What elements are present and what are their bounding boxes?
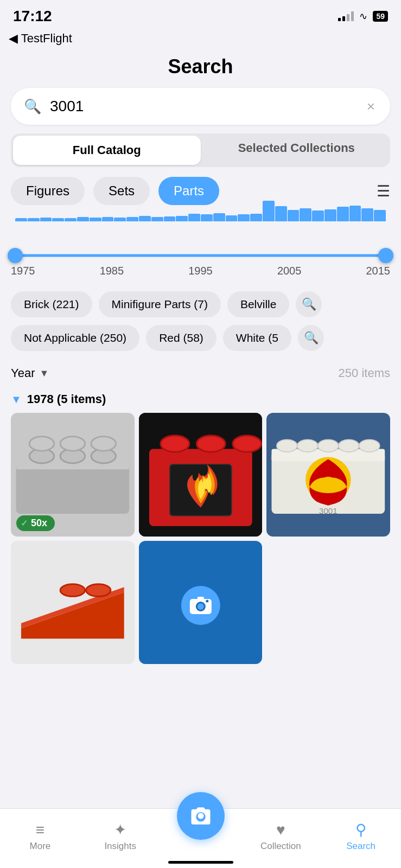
svg-point-10 bbox=[160, 436, 189, 452]
chip-belville[interactable]: Belville bbox=[227, 291, 290, 317]
search-bar-container: 🔍 × bbox=[0, 88, 401, 133]
svg-point-21 bbox=[359, 439, 380, 452]
svg-point-5 bbox=[29, 437, 54, 451]
bricks-grid: ✓ 50x bbox=[11, 413, 390, 664]
brick-item-blue-cam[interactable] bbox=[139, 541, 263, 665]
chip-brick[interactable]: Brick (221) bbox=[11, 291, 92, 317]
chip-minifigure-parts[interactable]: Minifigure Parts (7) bbox=[99, 291, 221, 317]
svg-point-7 bbox=[91, 437, 116, 451]
svg-text:3001: 3001 bbox=[319, 506, 338, 515]
brick-item-red-slope[interactable] bbox=[11, 541, 135, 665]
chevron-down-icon: ▼ bbox=[11, 393, 22, 406]
slider-thumb-left[interactable] bbox=[8, 248, 23, 263]
chip-search-row1[interactable]: 🔍 bbox=[296, 291, 322, 317]
brick-image-red-slope bbox=[11, 541, 135, 665]
chip-search-row2[interactable]: 🔍 bbox=[298, 325, 324, 351]
home-indicator bbox=[168, 861, 233, 864]
chip-not-applicable[interactable]: Not Applicable (250) bbox=[11, 325, 139, 351]
slider-thumb-right[interactable] bbox=[378, 248, 393, 263]
svg-rect-0 bbox=[16, 462, 129, 514]
category-chips-row-2: Not Applicable (250) Red (58) White (5 🔍 bbox=[0, 325, 401, 359]
svg-point-18 bbox=[297, 439, 318, 452]
year-labels: 1975 1985 1995 2005 2015 bbox=[11, 265, 390, 286]
results-section: ▼ 1978 (5 items) bbox=[0, 385, 401, 664]
svg-rect-35 bbox=[197, 597, 203, 601]
status-time: 17:12 bbox=[13, 8, 52, 25]
svg-point-6 bbox=[60, 437, 85, 451]
sort-dropdown[interactable]: Year ▼ bbox=[11, 366, 49, 380]
brick-item-white-shell[interactable]: 3001 bbox=[266, 413, 390, 537]
brick-item-fire[interactable] bbox=[139, 413, 263, 537]
nav-item-insights[interactable]: ✦ Insights bbox=[80, 809, 161, 868]
wifi-icon: ∿ bbox=[359, 10, 367, 22]
search-icon: 🔍 bbox=[24, 98, 41, 115]
brick-image-white-shell: 3001 bbox=[266, 413, 390, 537]
search-input[interactable] bbox=[50, 98, 365, 115]
svg-point-11 bbox=[196, 436, 225, 452]
page-title: Search bbox=[0, 50, 401, 88]
full-catalog-button[interactable]: Full Catalog bbox=[13, 136, 201, 165]
count-badge: ✓ 50x bbox=[16, 515, 55, 531]
nav-label-collection: Collection bbox=[260, 841, 301, 852]
nav-item-search[interactable]: ⚲ Search bbox=[321, 809, 401, 868]
items-count: 250 items bbox=[339, 366, 390, 380]
year-chart bbox=[15, 183, 386, 221]
chip-red[interactable]: Red (58) bbox=[146, 325, 217, 351]
signal-icon bbox=[338, 11, 354, 21]
category-chips-row-1: Brick (221) Minifigure Parts (7) Belvill… bbox=[0, 291, 401, 325]
sort-row: Year ▼ 250 items bbox=[0, 359, 401, 385]
svg-point-23 bbox=[320, 477, 336, 493]
status-bar: 17:12 ∿ 59 bbox=[0, 0, 401, 29]
svg-point-29 bbox=[86, 584, 111, 596]
status-right: ∿ 59 bbox=[338, 10, 388, 22]
svg-point-28 bbox=[60, 584, 85, 596]
brick-item-gray[interactable]: ✓ 50x bbox=[11, 413, 135, 537]
nav-label-insights: Insights bbox=[104, 841, 136, 852]
back-navigation[interactable]: ◀ TestFlight bbox=[0, 29, 401, 50]
year-slider-section: 1975 1985 1995 2005 2015 bbox=[0, 216, 401, 291]
more-icon: ≡ bbox=[36, 821, 44, 839]
back-label[interactable]: ◀ TestFlight bbox=[9, 31, 72, 45]
battery-indicator: 59 bbox=[373, 11, 388, 22]
clear-search-button[interactable]: × bbox=[365, 96, 377, 117]
search-nav-icon: ⚲ bbox=[355, 821, 367, 839]
nav-label-search: Search bbox=[346, 841, 375, 852]
nav-item-collection[interactable]: ♥ Collection bbox=[240, 809, 321, 868]
chip-white[interactable]: White (5 bbox=[223, 325, 291, 351]
collection-icon: ♥ bbox=[276, 821, 285, 839]
svg-point-17 bbox=[277, 439, 297, 452]
nav-label-more: More bbox=[30, 841, 51, 852]
selected-collections-button[interactable]: Selected Collections bbox=[203, 133, 391, 167]
insights-icon: ✦ bbox=[114, 821, 126, 839]
camera-fab[interactable] bbox=[177, 792, 225, 840]
svg-point-36 bbox=[206, 599, 208, 602]
catalog-toggle: Full Catalog Selected Collections bbox=[11, 133, 390, 167]
svg-point-20 bbox=[339, 439, 359, 452]
brick-image-fire bbox=[139, 413, 263, 537]
svg-point-19 bbox=[318, 439, 339, 452]
brick-image-blue-cam bbox=[139, 541, 263, 665]
year-group-header[interactable]: ▼ 1978 (5 items) bbox=[11, 385, 390, 413]
search-bar[interactable]: 🔍 × bbox=[11, 88, 390, 125]
svg-point-34 bbox=[197, 603, 203, 610]
year-group-label: 1978 (5 items) bbox=[27, 392, 106, 406]
svg-point-12 bbox=[232, 436, 261, 452]
sort-arrow-icon: ▼ bbox=[39, 368, 49, 379]
nav-item-more[interactable]: ≡ More bbox=[0, 809, 80, 868]
sort-label: Year bbox=[11, 366, 35, 380]
